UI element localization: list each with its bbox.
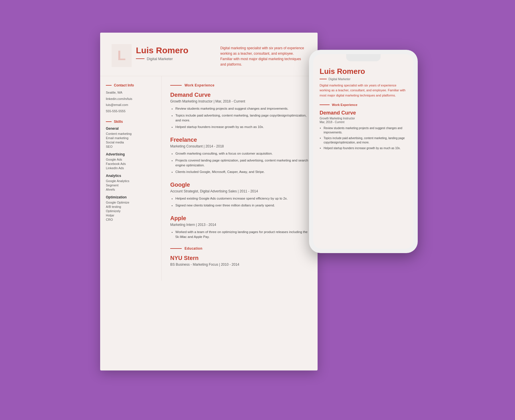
resume-header: L Luis Romero Digital Marketer Digital m… (100, 33, 318, 76)
education-nyu: NYU Stern BS Business - Marketing Focus … (170, 255, 309, 267)
name-divider-line (136, 58, 144, 59)
header-summary: Digital marketing specialist with six ye… (220, 44, 306, 68)
name-divider: Digital Marketer (136, 57, 188, 61)
job-role-demand-curve: Growth Marketing Instructor | Mar, 2018 … (170, 99, 309, 103)
job-company-apple: Apple (170, 215, 309, 222)
job-freelance: Freelance Marketing Consultant | 2014 - … (170, 137, 309, 174)
contact-title: Contact Info (106, 83, 156, 87)
education-header-line (170, 248, 182, 249)
job-role-apple: Marketing Intern | 2013 - 2014 (170, 223, 309, 227)
skill-google-ads: Google Ads (106, 158, 156, 161)
education-header-label: Education (185, 247, 203, 251)
phone-device: R Luis Romero Digital Marketer Digital m… (309, 50, 418, 253)
contact-email: luis@email.com (106, 102, 156, 107)
main-content: Work Experience Demand Curve Growth Mark… (162, 76, 318, 281)
work-header-line (170, 85, 182, 86)
skill-google-analytics: Google Analytics (106, 179, 156, 183)
skill-linkedin-ads: LinkedIn Ads (106, 166, 156, 170)
education-header: Education (170, 247, 309, 251)
resume-name: Luis Romero (136, 46, 188, 55)
contact-line (106, 85, 112, 86)
phone-work-label: Work Experience (332, 103, 357, 107)
skill-ab-testing: A/B testing (106, 205, 156, 208)
skill-hotjar: Hotjar (106, 214, 156, 217)
phone-name: Luis Romero (320, 67, 407, 76)
phone-wrapper: R Luis Romero Digital Marketer Digital m… (309, 50, 423, 253)
initial-letter: L (117, 48, 126, 63)
job-bullet: Worked with a team of three on optimizin… (175, 230, 309, 240)
phone-header-area: R Luis Romero Digital Marketer (320, 67, 407, 83)
initial-block: L (112, 44, 132, 67)
skill-ahrefs: Ahrefs (106, 188, 156, 191)
job-company-demand-curve: Demand Curve (170, 92, 309, 98)
job-bullet: Review students marketing projects and s… (175, 106, 309, 111)
job-bullets-freelance: Growth marketing consulting, with a focu… (170, 151, 309, 174)
skills-optimization: Optimization Google Optimize A/B testing… (106, 195, 156, 221)
contact-linkedin: linkedin.com/in/luis (106, 96, 156, 101)
job-apple: Apple Marketing Intern | 2013 - 2014 Wor… (170, 215, 309, 240)
contact-label: Contact Info (114, 83, 134, 87)
job-bullet: Projects covered landing page optimizati… (175, 158, 309, 168)
resume-job-title: Digital Marketer (147, 57, 173, 61)
sidebar: Contact Info Seattle, WA linkedin.com/in… (100, 76, 162, 281)
skills-optimization-title: Optimization (106, 195, 156, 199)
job-role-google: Account Strategist, Digital Advertising … (170, 189, 309, 193)
phone-name-divider: Digital Marketer (320, 77, 407, 81)
job-google: Google Account Strategist, Digital Adver… (170, 182, 309, 208)
job-bullet: Clients included Google, Microsoft, Casp… (175, 169, 309, 174)
skill-cro: CRO (106, 218, 156, 221)
job-bullet: Topics include paid advertising, content… (175, 113, 309, 123)
phone-bullets-demand-curve: Review students marketing projects and s… (320, 126, 407, 150)
skills-advertising-title: Advertising (106, 152, 156, 156)
skills-section: Skills General Content marketing Email m… (106, 120, 156, 221)
phone-summary: Digital marketing specialist with six ye… (320, 83, 407, 98)
resume-body: Contact Info Seattle, WA linkedin.com/in… (100, 76, 318, 281)
contact-section: Contact Info Seattle, WA linkedin.com/in… (106, 83, 156, 113)
skills-title: Skills (106, 120, 156, 124)
skills-analytics-title: Analytics (106, 174, 156, 178)
phone-screen: R Luis Romero Digital Marketer Digital m… (313, 54, 413, 249)
skill-google-optimize: Google Optimize (106, 201, 156, 204)
skill-optimizely: Optimizely (106, 209, 156, 213)
skill-content-marketing: Content marketing (106, 132, 156, 135)
contact-location: Seattle, WA (106, 90, 156, 95)
header-left: L Luis Romero Digital Marketer (112, 44, 188, 67)
education-degree: BS Business - Marketing Focus | 2010 - 2… (170, 263, 309, 267)
job-company-freelance: Freelance (170, 137, 309, 143)
skill-social-media: Social media (106, 141, 156, 144)
skills-general: General Content marketing Email marketin… (106, 127, 156, 148)
job-bullet: Growth marketing consulting, with a focu… (175, 151, 309, 156)
resume-desktop: L Luis Romero Digital Marketer Digital m… (100, 33, 318, 370)
job-bullet: Helped existing Google Ads customers inc… (175, 196, 309, 201)
phone-content: R Luis Romero Digital Marketer Digital m… (313, 61, 413, 158)
job-bullet: Helped startup founders increase growth … (175, 125, 309, 129)
phone-section-line (320, 104, 330, 105)
phone-divider-line (320, 79, 327, 79)
phone-work-header: Work Experience (320, 103, 407, 107)
work-header-label: Work Experience (185, 83, 215, 87)
job-bullets-google: Helped existing Google Ads customers inc… (170, 196, 309, 208)
skill-email-marketing: Email marketing (106, 136, 156, 140)
phone-company-demand-curve: Demand Curve (320, 110, 407, 116)
job-demand-curve: Demand Curve Growth Marketing Instructor… (170, 92, 309, 129)
phone-date-demand-curve: Mar, 2018 - Current (320, 121, 407, 124)
skills-line (106, 121, 112, 122)
job-role-freelance: Marketing Consultant | 2014 - 2018 (170, 144, 309, 148)
job-bullet: Signed new clients totaling over three m… (175, 203, 309, 208)
phone-bullet: Topics include paid advertising, content… (324, 136, 407, 145)
phone-notch (346, 54, 381, 61)
work-experience-header: Work Experience (170, 83, 309, 87)
skills-analytics: Analytics Google Analytics Segment Ahref… (106, 174, 156, 191)
phone-job-title: Digital Marketer (328, 77, 350, 81)
job-company-google: Google (170, 182, 309, 188)
skills-label: Skills (114, 120, 123, 124)
skill-seo: SEO (106, 145, 156, 148)
skill-segment: Segment (106, 184, 156, 187)
skill-facebook-ads: Facebook Ads (106, 162, 156, 165)
phone-role-demand-curve: Growth Marketing Instructor (320, 117, 407, 120)
name-title-block: Luis Romero Digital Marketer (136, 44, 188, 62)
job-bullets-demand-curve: Review students marketing projects and s… (170, 106, 309, 129)
contact-phone: 555-555-5555 (106, 109, 156, 114)
phone-bullet: Helped startup founders increase growth … (324, 146, 407, 150)
job-bullets-apple: Worked with a team of three on optimizin… (170, 230, 309, 240)
